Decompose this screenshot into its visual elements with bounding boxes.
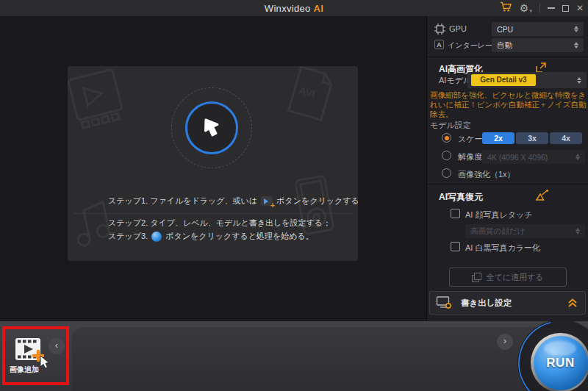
face-retouch-label: AI 顔写真レタッチ [465,209,532,220]
film-watermark-icon [68,66,135,137]
cart-icon[interactable] [500,1,512,15]
enhance-radio[interactable] [442,168,451,178]
updown-icon [576,228,580,234]
step-3-instruction: ステップ3. ボタンをクリックすると処理を始める。 [108,231,314,242]
resolution-select: 4K (4096 X 4096) [482,150,585,164]
titlebar-divider [539,4,540,12]
export-settings-icon [436,295,453,310]
bottom-bar: ‹ › RUN 画像追加 [0,321,588,391]
model-settings-label: モデル設定 [430,120,471,131]
image-drop-zone[interactable]: AVI ステップ1. ファイルをドラッグ、或いは ボタンをクリックすると画像を読… [68,66,358,261]
restore-section-title: AI写真復元 [439,191,483,204]
run-button[interactable]: RUN [534,336,588,390]
model-label: AIモデル [439,75,471,86]
model-value-pill[interactable]: Gen Detail v3 [471,74,536,86]
enhance-label: 画像強化（1x） [458,169,515,180]
face-quality-select: 高画質の顔だけ [465,224,585,238]
run-button-rim: RUN [531,333,588,391]
gpu-select[interactable]: CPU [492,22,584,36]
settings-panel: GPU CPU A インターレース解除 自動 AI高画質化 AIモデル Gen … [426,16,588,321]
photo-restore-icon [534,190,549,201]
deinterlace-select[interactable]: 自動 [492,38,584,52]
gpu-label: GPU [449,24,467,33]
add-image-mini-icon [261,196,273,206]
copy-icon [472,273,481,281]
double-chevron-up-icon[interactable] [567,298,578,308]
add-image-label: 画像追加 [10,365,39,375]
updown-icon [574,26,578,32]
gpu-chip-icon [434,24,445,35]
model-select[interactable]: Gen Detail v3 [467,72,587,88]
step-1-instruction: ステップ1. ファイルをドラッグ、或いは ボタンをクリックすると画像を読込む； [108,196,358,207]
colorize-label: AI 白黒写真カラー化 [465,243,540,254]
steps-divider [74,213,352,214]
resolution-radio[interactable] [442,151,451,160]
minimize-button[interactable] [548,7,555,9]
run-mini-icon [151,232,162,242]
colorize-checkbox[interactable] [451,242,460,251]
export-settings-row[interactable]: 書き出し設定 [429,291,586,315]
updown-icon [574,42,578,49]
avi-file-watermark-icon: AVI [282,66,340,126]
section-divider [427,57,588,57]
model-description: 画像細部を強化、ピクセルと微細な特徴をきれいに補正！ピンボケ自動補正＋ノイズ自動… [430,90,587,119]
app-title: WinxvideoAI [265,3,323,14]
scroll-right-button[interactable]: › [497,334,513,350]
app-name-accent: AI [314,3,324,14]
scale-4x-button[interactable]: 4x [550,132,582,144]
resolution-label: 解像度 [458,151,482,162]
deinterlace-icon: A [434,40,444,49]
apply-all-button[interactable]: 全てに適用する [449,268,567,287]
updown-icon [576,154,580,160]
export-settings-label: 書き出し設定 [461,298,512,309]
app-name: Winxvideo [265,3,311,14]
step-2-instruction: ステップ2. タイプ、レベル、モデルと書き出しを設定する； [108,218,331,229]
svg-text:AVI: AVI [298,85,317,101]
scale-2x-button[interactable]: 2x [482,132,514,144]
scale-options: 2x 3x 4x [482,132,582,144]
face-retouch-checkbox[interactable] [451,209,460,218]
title-bar: WinxvideoAI ⚙▾ ✕ [0,0,588,16]
highlight-red-box: 画像追加 [2,326,69,385]
maximize-button[interactable] [562,5,569,12]
close-button[interactable]: ✕ [576,4,584,12]
drop-target-button[interactable] [185,101,238,154]
main-content-area: AVI ステップ1. ファイルをドラッグ、或いは ボタンをクリックすると画像を読… [0,16,426,321]
cursor-arrow-icon [201,116,223,140]
winxvideo-ai-window: WinxvideoAI ⚙▾ ✕ [0,0,588,391]
scale-radio[interactable] [442,133,451,143]
scale-3x-button[interactable]: 3x [516,132,548,144]
section-divider [427,184,588,184]
updown-icon [577,77,581,84]
settings-gear-icon[interactable]: ⚙▾ [520,3,532,13]
